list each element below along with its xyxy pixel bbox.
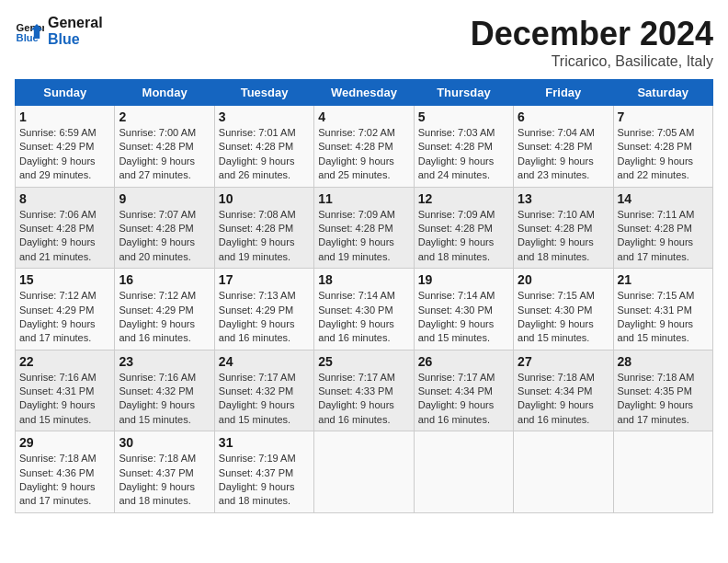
day-number: 21	[618, 272, 709, 287]
day-info: Sunrise: 7:05 AM Sunset: 4:28 PM Dayligh…	[618, 126, 709, 183]
day-cell: 8 Sunrise: 7:06 AM Sunset: 4:28 PM Dayli…	[16, 187, 115, 269]
week-row-5: 29 Sunrise: 7:18 AM Sunset: 4:36 PM Dayl…	[16, 431, 713, 513]
day-number: 5	[418, 109, 509, 124]
day-cell: 21 Sunrise: 7:15 AM Sunset: 4:31 PM Dayl…	[613, 269, 712, 350]
day-number: 20	[518, 272, 609, 287]
day-number: 12	[418, 191, 509, 206]
column-header-monday: Monday	[115, 80, 214, 106]
day-number: 2	[119, 109, 210, 124]
day-cell: 3 Sunrise: 7:01 AM Sunset: 4:28 PM Dayli…	[214, 106, 313, 188]
day-cell: 24 Sunrise: 7:17 AM Sunset: 4:32 PM Dayl…	[214, 350, 313, 431]
column-header-sunday: Sunday	[16, 80, 115, 106]
day-number: 15	[19, 272, 110, 287]
day-number: 9	[119, 191, 210, 206]
day-cell	[514, 431, 613, 513]
day-number: 31	[219, 435, 310, 450]
page-header: General Blue General Blue December 2024 …	[15, 15, 713, 70]
day-number: 24	[219, 354, 310, 369]
day-cell: 28 Sunrise: 7:18 AM Sunset: 4:35 PM Dayl…	[613, 350, 712, 431]
day-info: Sunrise: 7:09 AM Sunset: 4:28 PM Dayligh…	[318, 208, 409, 265]
day-info: Sunrise: 7:00 AM Sunset: 4:28 PM Dayligh…	[119, 126, 210, 183]
day-number: 30	[119, 435, 210, 450]
day-info: Sunrise: 7:03 AM Sunset: 4:28 PM Dayligh…	[418, 126, 509, 183]
day-number: 8	[19, 191, 110, 206]
day-info: Sunrise: 7:17 AM Sunset: 4:33 PM Dayligh…	[318, 371, 409, 428]
day-info: Sunrise: 7:18 AM Sunset: 4:35 PM Dayligh…	[618, 371, 709, 428]
day-cell	[414, 431, 513, 513]
day-info: Sunrise: 7:12 AM Sunset: 4:29 PM Dayligh…	[119, 289, 210, 346]
column-header-friday: Friday	[514, 80, 613, 106]
column-header-tuesday: Tuesday	[214, 80, 313, 106]
day-cell: 5 Sunrise: 7:03 AM Sunset: 4:28 PM Dayli…	[414, 106, 513, 188]
day-number: 29	[19, 435, 110, 450]
day-cell: 30 Sunrise: 7:18 AM Sunset: 4:37 PM Dayl…	[115, 431, 214, 513]
day-cell: 18 Sunrise: 7:14 AM Sunset: 4:30 PM Dayl…	[314, 269, 414, 350]
day-info: Sunrise: 7:19 AM Sunset: 4:37 PM Dayligh…	[219, 452, 310, 509]
day-cell: 15 Sunrise: 7:12 AM Sunset: 4:29 PM Dayl…	[16, 269, 115, 350]
day-info: Sunrise: 7:01 AM Sunset: 4:28 PM Dayligh…	[219, 126, 310, 183]
day-info: Sunrise: 7:04 AM Sunset: 4:28 PM Dayligh…	[518, 126, 609, 183]
day-cell	[613, 431, 712, 513]
day-cell: 13 Sunrise: 7:10 AM Sunset: 4:28 PM Dayl…	[514, 187, 613, 269]
day-info: Sunrise: 7:06 AM Sunset: 4:28 PM Dayligh…	[19, 208, 110, 265]
day-number: 26	[418, 354, 509, 369]
day-info: Sunrise: 7:18 AM Sunset: 4:37 PM Dayligh…	[119, 452, 210, 509]
day-info: Sunrise: 7:09 AM Sunset: 4:28 PM Dayligh…	[418, 208, 509, 265]
day-info: Sunrise: 7:10 AM Sunset: 4:28 PM Dayligh…	[518, 208, 609, 265]
day-cell	[314, 431, 414, 513]
day-cell: 31 Sunrise: 7:19 AM Sunset: 4:37 PM Dayl…	[214, 431, 313, 513]
day-info: Sunrise: 7:18 AM Sunset: 4:36 PM Dayligh…	[19, 452, 110, 509]
day-cell: 16 Sunrise: 7:12 AM Sunset: 4:29 PM Dayl…	[115, 269, 214, 350]
day-number: 13	[518, 191, 609, 206]
day-number: 27	[518, 354, 609, 369]
title-area: December 2024 Tricarico, Basilicate, Ita…	[471, 15, 713, 70]
day-number: 3	[219, 109, 310, 124]
day-cell: 27 Sunrise: 7:18 AM Sunset: 4:34 PM Dayl…	[514, 350, 613, 431]
week-row-2: 8 Sunrise: 7:06 AM Sunset: 4:28 PM Dayli…	[16, 187, 713, 269]
day-cell: 9 Sunrise: 7:07 AM Sunset: 4:28 PM Dayli…	[115, 187, 214, 269]
day-cell: 26 Sunrise: 7:17 AM Sunset: 4:34 PM Dayl…	[414, 350, 513, 431]
logo-icon: General Blue	[15, 17, 44, 46]
day-number: 16	[119, 272, 210, 287]
day-number: 18	[318, 272, 409, 287]
day-number: 25	[318, 354, 409, 369]
day-number: 10	[219, 191, 310, 206]
day-info: Sunrise: 7:11 AM Sunset: 4:28 PM Dayligh…	[618, 208, 709, 265]
calendar-subtitle: Tricarico, Basilicate, Italy	[471, 53, 713, 70]
day-cell: 25 Sunrise: 7:17 AM Sunset: 4:33 PM Dayl…	[314, 350, 414, 431]
day-number: 19	[418, 272, 509, 287]
day-info: Sunrise: 7:17 AM Sunset: 4:32 PM Dayligh…	[219, 371, 310, 428]
column-header-thursday: Thursday	[414, 80, 513, 106]
day-cell: 7 Sunrise: 7:05 AM Sunset: 4:28 PM Dayli…	[613, 106, 712, 188]
day-number: 28	[618, 354, 709, 369]
week-row-4: 22 Sunrise: 7:16 AM Sunset: 4:31 PM Dayl…	[16, 350, 713, 431]
week-row-1: 1 Sunrise: 6:59 AM Sunset: 4:29 PM Dayli…	[16, 106, 713, 188]
day-info: Sunrise: 7:16 AM Sunset: 4:31 PM Dayligh…	[19, 371, 110, 428]
day-info: Sunrise: 7:17 AM Sunset: 4:34 PM Dayligh…	[418, 371, 509, 428]
day-info: Sunrise: 7:16 AM Sunset: 4:32 PM Dayligh…	[119, 371, 210, 428]
day-number: 23	[119, 354, 210, 369]
week-row-3: 15 Sunrise: 7:12 AM Sunset: 4:29 PM Dayl…	[16, 269, 713, 350]
day-number: 17	[219, 272, 310, 287]
day-cell: 29 Sunrise: 7:18 AM Sunset: 4:36 PM Dayl…	[16, 431, 115, 513]
day-number: 11	[318, 191, 409, 206]
column-header-saturday: Saturday	[613, 80, 712, 106]
day-number: 1	[19, 109, 110, 124]
logo-general: General	[48, 15, 103, 31]
day-info: Sunrise: 7:18 AM Sunset: 4:34 PM Dayligh…	[518, 371, 609, 428]
day-cell: 6 Sunrise: 7:04 AM Sunset: 4:28 PM Dayli…	[514, 106, 613, 188]
column-header-wednesday: Wednesday	[314, 80, 414, 106]
day-cell: 2 Sunrise: 7:00 AM Sunset: 4:28 PM Dayli…	[115, 106, 214, 188]
calendar-title: December 2024	[471, 15, 713, 53]
day-info: Sunrise: 7:14 AM Sunset: 4:30 PM Dayligh…	[418, 289, 509, 346]
day-info: Sunrise: 7:08 AM Sunset: 4:28 PM Dayligh…	[219, 208, 310, 265]
day-number: 14	[618, 191, 709, 206]
day-cell: 23 Sunrise: 7:16 AM Sunset: 4:32 PM Dayl…	[115, 350, 214, 431]
day-cell: 17 Sunrise: 7:13 AM Sunset: 4:29 PM Dayl…	[214, 269, 313, 350]
day-cell: 1 Sunrise: 6:59 AM Sunset: 4:29 PM Dayli…	[16, 106, 115, 188]
day-info: Sunrise: 7:15 AM Sunset: 4:30 PM Dayligh…	[518, 289, 609, 346]
header-row: SundayMondayTuesdayWednesdayThursdayFrid…	[16, 80, 713, 106]
day-info: Sunrise: 7:14 AM Sunset: 4:30 PM Dayligh…	[318, 289, 409, 346]
day-info: Sunrise: 7:07 AM Sunset: 4:28 PM Dayligh…	[119, 208, 210, 265]
logo: General Blue General Blue	[15, 15, 103, 47]
